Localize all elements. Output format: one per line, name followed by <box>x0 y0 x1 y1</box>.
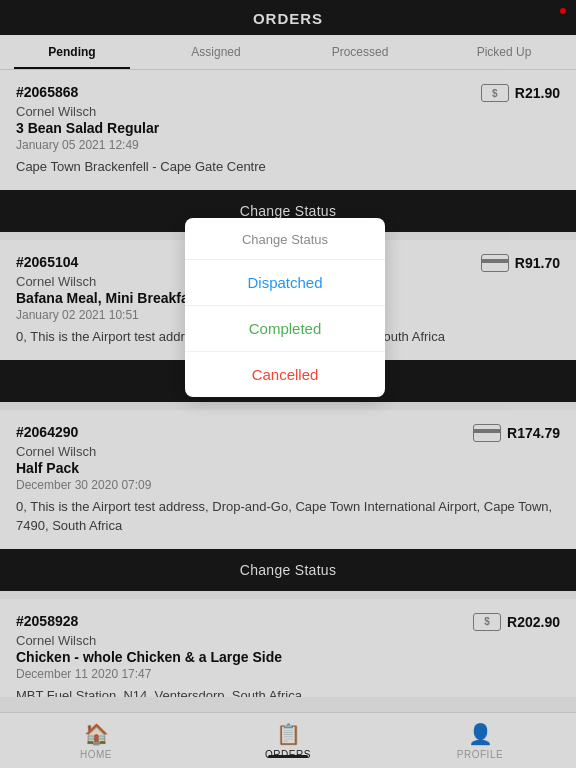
status-popup: Change Status Dispatched Completed Cance… <box>185 218 385 397</box>
popup-dispatched[interactable]: Dispatched <box>185 260 385 306</box>
popup-completed[interactable]: Completed <box>185 306 385 352</box>
popup-cancelled[interactable]: Cancelled <box>185 352 385 397</box>
popup-title: Change Status <box>185 218 385 260</box>
